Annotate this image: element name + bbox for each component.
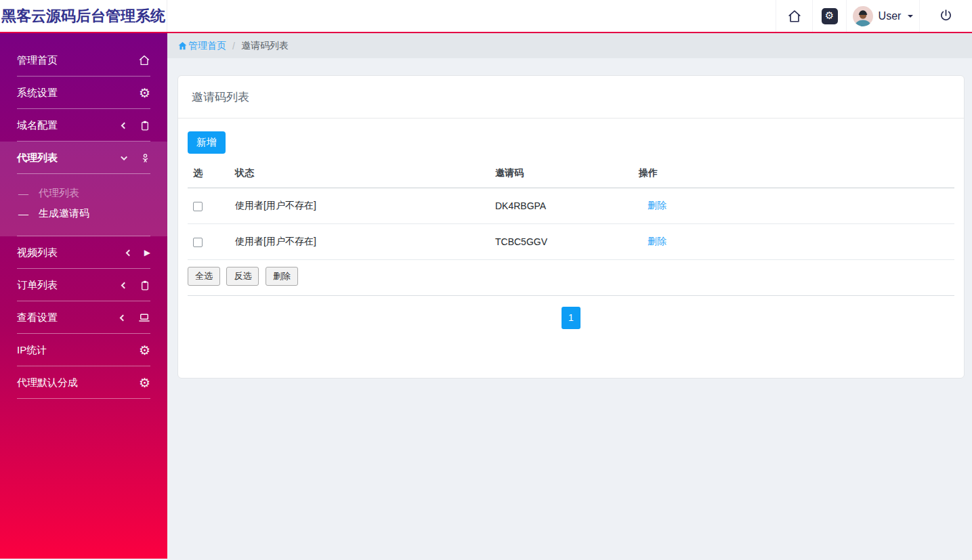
clipboard-icon — [140, 120, 150, 131]
settings-app-icon: ⚙ — [822, 8, 838, 24]
status-cell: 使用者[用户不存在] — [230, 188, 490, 224]
sidebar-group-agent: 代理列表 — [0, 142, 167, 236]
header-spacer — [167, 0, 776, 32]
sidebar-item-view-settings[interactable]: 查看设置 — [0, 301, 167, 334]
home-icon — [177, 41, 188, 51]
column-header-action: 操作 — [633, 161, 954, 188]
status-cell: 使用者[用户不存在] — [230, 224, 490, 260]
main-content: 管理首页 / 邀请码列表 邀请码列表 新增 选 状态 — [167, 33, 972, 559]
sidebar-item-label: 查看设置 — [17, 311, 58, 324]
column-header-status: 状态 — [230, 161, 490, 188]
column-header-select: 选 — [188, 161, 230, 188]
add-button[interactable]: 新增 — [188, 131, 226, 154]
card-header: 邀请码列表 — [178, 76, 964, 119]
sidebar-item-system-settings[interactable]: 系统设置 ⚙ — [0, 77, 167, 109]
gear-icon: ⚙ — [139, 344, 150, 357]
power-icon — [939, 9, 953, 23]
person-icon — [140, 152, 150, 164]
sidebar-item-label: 视频列表 — [17, 246, 58, 259]
column-header-code: 邀请码 — [490, 161, 633, 188]
sidebar-submenu: — 代理列表 — 生成邀请码 — [0, 174, 167, 236]
chevron-left-icon — [121, 282, 128, 288]
invite-code-cell: TCBC5GGV — [490, 224, 633, 260]
sidebar-item-label: 订单列表 — [17, 279, 58, 292]
bulk-actions: 全选 反选 删除 — [188, 267, 954, 296]
chevron-left-icon — [121, 122, 128, 129]
sidebar-menu: 管理首页 系统设置 ⚙ 域名配置 — [0, 44, 167, 399]
laptop-icon — [138, 311, 150, 324]
avatar — [853, 6, 873, 26]
top-header: 黑客云源码后台管理系统 ⚙ Use — [0, 0, 972, 33]
submenu-item-label: 生成邀请码 — [39, 207, 89, 220]
table-header-row: 选 状态 邀请码 操作 — [188, 161, 954, 188]
gear-icon: ⚙ — [825, 11, 834, 21]
sidebar-item-domain-config[interactable]: 域名配置 — [0, 109, 167, 142]
row-checkbox[interactable] — [193, 238, 203, 247]
sidebar-item-label: IP统计 — [17, 344, 47, 357]
card-title: 邀请码列表 — [192, 89, 950, 105]
breadcrumb: 管理首页 / 邀请码列表 — [167, 33, 972, 58]
delete-link[interactable]: 删除 — [648, 200, 667, 211]
invite-code-cell: DK4RBGPA — [490, 188, 633, 224]
sidebar: 管理首页 系统设置 ⚙ 域名配置 — [0, 33, 167, 559]
sidebar-item-agent-list[interactable]: 代理列表 — [0, 142, 167, 174]
sidebar-subitem-generate-invite[interactable]: — 生成邀请码 — [0, 203, 167, 223]
delete-link[interactable]: 删除 — [648, 236, 667, 246]
sidebar-item-order-list[interactable]: 订单列表 — [0, 269, 167, 301]
sidebar-item-agent-default-share[interactable]: 代理默认分成 ⚙ — [0, 366, 167, 399]
invert-selection-button[interactable]: 反选 — [226, 267, 259, 286]
home-icon — [138, 54, 150, 66]
invite-code-table: 选 状态 邀请码 操作 使用者[用户不存在] DK4RBGPA — [188, 161, 954, 260]
breadcrumb-home-link[interactable]: 管理首页 — [177, 40, 226, 52]
card-body: 新增 选 状态 邀请码 操作 — [178, 119, 964, 378]
sidebar-item-ip-stats[interactable]: IP统计 ⚙ — [0, 334, 167, 366]
home-icon — [787, 9, 802, 24]
sidebar-subitem-agent-list[interactable]: — 代理列表 — [0, 183, 167, 203]
submenu-item-label: 代理列表 — [39, 187, 79, 200]
header-settings-button[interactable]: ⚙ — [812, 0, 846, 32]
chevron-down-icon — [121, 154, 127, 160]
chevron-left-icon — [125, 249, 132, 256]
dash-icon: — — [18, 188, 39, 199]
header-home-button[interactable] — [776, 0, 812, 32]
sidebar-item-label: 代理默认分成 — [17, 376, 78, 389]
play-icon: ▶ — [144, 248, 150, 257]
logout-button[interactable] — [919, 0, 972, 32]
user-name: User — [879, 10, 902, 22]
sidebar-item-label: 管理首页 — [17, 54, 58, 67]
app-title: 黑客云源码后台管理系统 — [0, 6, 165, 26]
chevron-left-icon — [120, 314, 127, 321]
gear-icon: ⚙ — [139, 87, 150, 100]
row-checkbox[interactable] — [193, 202, 203, 211]
gear-icon: ⚙ — [139, 376, 150, 389]
sidebar-item-label: 域名配置 — [17, 119, 58, 132]
chevron-down-icon — [908, 15, 913, 18]
brand: 黑客云源码后台管理系统 — [0, 0, 167, 32]
sidebar-item-video-list[interactable]: 视频列表 ▶ — [0, 236, 167, 269]
table-row: 使用者[用户不存在] DK4RBGPA 删除 — [188, 188, 954, 224]
user-dropdown[interactable]: User — [846, 0, 919, 32]
breadcrumb-current: 邀请码列表 — [241, 40, 289, 52]
invite-code-card: 邀请码列表 新增 选 状态 邀请码 操作 — [177, 75, 965, 379]
breadcrumb-home-label: 管理首页 — [188, 40, 226, 52]
select-all-button[interactable]: 全选 — [188, 267, 220, 286]
clipboard-icon — [140, 280, 150, 291]
content-area: 邀请码列表 新增 选 状态 邀请码 操作 — [167, 58, 972, 379]
bulk-delete-button[interactable]: 删除 — [266, 267, 298, 286]
page-button-active[interactable]: 1 — [562, 307, 580, 329]
table-row: 使用者[用户不存在] TCBC5GGV 删除 — [188, 224, 954, 260]
breadcrumb-separator: / — [232, 41, 235, 51]
sidebar-item-label: 代理列表 — [17, 152, 58, 165]
sidebar-item-admin-home[interactable]: 管理首页 — [0, 44, 167, 77]
sidebar-item-label: 系统设置 — [17, 87, 58, 100]
dash-icon: — — [18, 208, 39, 219]
pagination: 1 — [188, 307, 954, 329]
